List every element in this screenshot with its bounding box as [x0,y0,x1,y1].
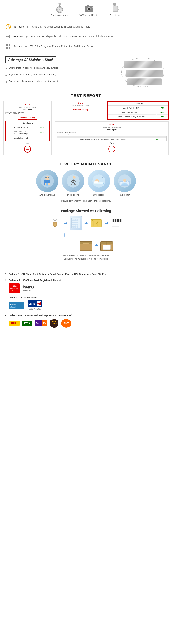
express-text: We Use DHL Ship Bulk Order ,You can RECE… [31,35,114,38]
svg-rect-85 [113,219,114,222]
svg-point-54 [127,181,128,182]
svg-rect-87 [115,219,115,222]
step-2: Step 2: Put The Packaged Item In The Yel… [5,257,167,261]
svg-rect-91 [118,219,118,222]
sports-image [62,170,84,192]
sgs-stamp-left: SGS [24,146,31,152]
usps-logo: USPS [28,300,42,307]
svg-point-51 [121,184,129,185]
circle-chemicals: avoid chemicals [36,170,58,196]
advantage-section: Advange Of Stainless Steel ◀ Strong meta… [0,53,172,90]
conclusion-header-left: Conclusion [6,121,49,125]
down-arrow-wrap: ↓ [0,232,167,238]
chinapost-logo: 中国邮政 CHINA POST 中国邮政 China Post [9,283,167,293]
dhl-text: DHL [11,322,17,325]
advantage-left: Advange Of Stainless Steel ◀ Strong meta… [5,56,115,86]
svg-point-56 [54,223,56,226]
svg-point-59 [74,220,76,221]
fedex-logo: Fed Ex [35,320,47,326]
table-row: Annex XVII and its cimen(s) PASS [108,110,168,114]
conclusion-right: Conclusion Annex XVII and its n(s) PASS … [108,101,168,120]
tnt-text: TNT [64,322,69,325]
svg-point-69 [76,226,78,228]
grid-icon [5,43,11,49]
usps-item: USPS UNITED STATESPOSTAL SERVICE [28,300,42,310]
shipping-item-1: 1. Order < 5 USD China Post Ordinary Sma… [5,273,167,276]
clock-icon: 48 [5,24,11,30]
svg-point-58 [72,220,74,221]
svg-point-64 [72,224,74,226]
maintenance-note: Please don't wear the ring above these o… [5,200,167,202]
divider-1 [0,19,172,19]
package-steps: Step 1: Packet The Item With Transparent… [5,254,167,264]
package-item-brown-box [79,238,93,252]
circle-sports: avoid sports [62,170,84,196]
advantage-point-2: ◀ High resistance to rust, corrosion and… [5,73,115,77]
svg-point-7 [88,8,90,10]
circle-bath: avoid bath [114,170,136,196]
sgs-report-title-left: Test Report [5,109,50,111]
shipping-num-1: 1. Order < 5 USD China Post Ordinary Sma… [5,273,167,276]
svg-text:e: e [10,303,12,306]
bubble-wrap [70,216,82,230]
svg-text:中国邮政: 中国邮政 [11,286,17,287]
fedex-text-2: Ex [43,322,46,325]
svg-point-41 [94,181,98,184]
package-section: Package Showed As Following ➜ [0,206,172,268]
svg-point-52 [121,182,122,182]
svg-point-35 [71,184,72,186]
steel-bar-1 [124,61,162,68]
svg-point-60 [76,220,78,221]
sgs-field-date-r: Date:Date Oct 24, 2013 [57,133,167,135]
fedex-text-1: Fed [36,322,40,325]
svg-text:CHINA POST: CHINA POST [11,288,18,289]
down-arrow-icon: ↓ [63,232,66,238]
svg-rect-88 [115,219,116,222]
svg-rect-83 [112,219,113,222]
service-row-hours: 48 48 Hours ▶ Ship Out The Order Which I… [5,22,167,32]
ems-logo: EMS [22,321,32,326]
epacket-logos: e 包裹 ePacket USPS UNITED STATESPOSTAL SE… [9,300,167,310]
hours-arrow: ▶ [27,25,29,28]
circle-sleep: Z Z Z avoid sleep [88,170,110,196]
svg-text:48: 48 [6,29,7,30]
sleep-image: Z Z Z [88,170,110,192]
nali-sig-right: Nali [57,142,167,145]
service-arrow: ▶ [26,45,27,48]
conclusion-table-right: Conclusion Annex XVII and its n(s) PASS … [108,101,168,120]
package-flow-row2: ➜ [26,238,167,252]
svg-point-68 [74,226,76,228]
medal-icon: ★ [55,4,65,13]
advantage-point-3: ◀ Endure lots of times wear and even a l… [5,80,115,84]
sgs-header-right: SGS HONG KONG LIMITED [55,105,106,106]
svg-point-50 [123,179,126,182]
easy-use-item: Easy to use [110,4,121,16]
ems-text: EMS [24,322,30,325]
svg-text:包裹: 包裹 [12,304,16,306]
sgs-doc-right-full: SGS SGS HONG KONG LIMITED Test Report Re… [55,121,168,155]
shipping-num-4: 4. Order > 150 USD International Express… [5,314,167,317]
advantage-text-1: Strong metal, it does not oxidize and ve… [9,66,58,69]
svg-text:USPS: USPS [28,302,35,305]
photos-label: 100% Actual Photos [79,14,99,16]
advantage-right [119,58,167,85]
plane-icon [5,34,11,40]
actual-photos-item: 100% Actual Photos [79,4,99,16]
advantage-text-3: Endure lots of times wear and even a lot… [9,80,58,82]
hours-text: Ship Out The Order Which Is In Stock Wit… [32,25,90,28]
quality-label: Quality Assurance [51,14,69,16]
svg-line-14 [8,27,10,28]
arrow-2: ➜ [84,221,88,226]
table-row: All Elements Requirements: (Pb) No. 53 R… [57,138,167,141]
shipping-section: 1. Order < 5 USD China Post Ordinary Sma… [0,268,172,335]
shipping-label-3: 3. [5,296,7,299]
svg-point-62 [74,222,76,223]
svg-rect-19 [9,46,11,48]
bullet-arrow-3: ◀ [5,80,7,84]
bullet-arrow-1: ◀ [5,67,7,70]
table-row: ase No CGC -10-tested specimen(s) PASS [6,130,49,136]
svg-rect-90 [117,219,117,222]
memorial-label-left: Memorial Jewelry [18,116,37,120]
svg-point-112 [12,290,13,291]
table-row: Annex XVII and its ielry on the tested P… [108,115,168,119]
